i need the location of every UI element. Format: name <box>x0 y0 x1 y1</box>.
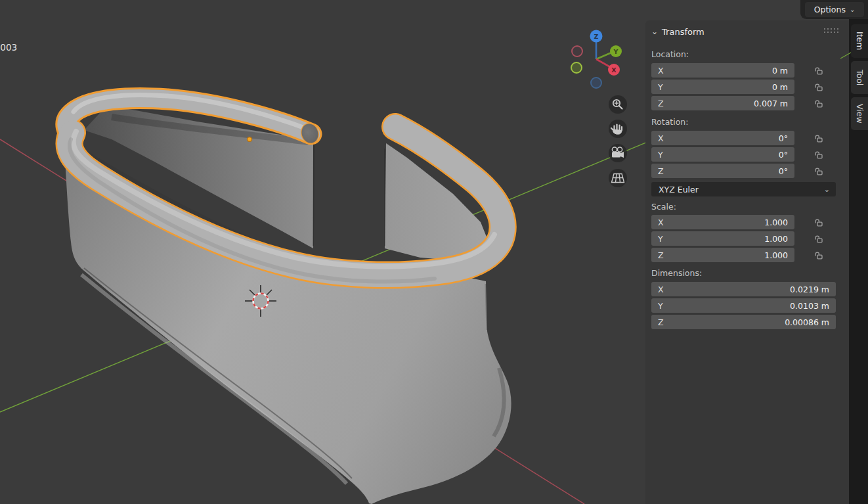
location-z-field[interactable]: Z 0.007 m <box>651 96 794 110</box>
lock-open-icon[interactable] <box>814 133 824 143</box>
lock-open-icon[interactable] <box>814 81 824 92</box>
perspective-toggle-button[interactable] <box>609 169 627 187</box>
dimensions-label: Dimensions: <box>651 268 702 278</box>
object-origin-dot <box>248 137 252 142</box>
dimensions-x-field[interactable]: X 0.0219 m <box>651 282 836 296</box>
chevron-down-icon: ⌄ <box>824 185 830 194</box>
options-label: Options <box>814 5 846 14</box>
pan-button[interactable] <box>609 120 627 138</box>
camera-view-button[interactable] <box>609 144 627 162</box>
tab-item[interactable]: Item <box>851 24 868 58</box>
tab-view[interactable]: View <box>851 97 868 130</box>
lock-open-icon[interactable] <box>814 250 824 260</box>
sidebar-tab-strip: Item Tool View <box>849 19 868 504</box>
viewport-header-right: Options ⌄ <box>800 0 868 19</box>
gizmo-x-label: X <box>611 66 617 74</box>
scale-z-field[interactable]: Z 1.000 <box>651 248 794 262</box>
gizmo-x-negative-ball[interactable] <box>572 46 582 57</box>
wall-right-edge <box>486 284 487 330</box>
panel-title: Transform <box>662 27 705 37</box>
tab-tool[interactable]: Tool <box>851 61 868 94</box>
band-gap-edge-left <box>313 145 314 246</box>
zoom-button[interactable] <box>609 95 627 114</box>
location-label: Location: <box>651 49 689 59</box>
panel-grip-handle[interactable] <box>824 28 841 34</box>
gizmo-z-negative-ball[interactable] <box>591 78 601 88</box>
lock-open-icon[interactable] <box>814 149 824 160</box>
gizmo-y-negative-ball[interactable] <box>571 62 582 73</box>
lock-open-icon[interactable] <box>814 65 824 76</box>
collapse-chevron-icon: ⌄ <box>651 28 658 35</box>
rotation-mode-dropdown[interactable]: XYZ Euler ⌄ <box>651 182 836 196</box>
rotation-z-field[interactable]: Z 0° <box>651 164 794 178</box>
scale-label: Scale: <box>651 202 676 212</box>
transform-panel-header[interactable]: ⌄ Transform <box>651 26 705 37</box>
scale-y-field[interactable]: Y 1.000 <box>651 231 794 246</box>
rotation-label: Rotation: <box>651 117 689 127</box>
dimensions-z-field[interactable]: Z 0.00086 m <box>651 315 836 329</box>
dimensions-y-field[interactable]: Y 0.0103 m <box>651 298 836 313</box>
options-dropdown-button[interactable]: Options ⌄ <box>805 2 864 17</box>
gizmo-z-label: Z <box>594 33 599 40</box>
location-x-field[interactable]: X 0 m <box>651 63 794 78</box>
location-y-field[interactable]: Y 0 m <box>651 80 794 94</box>
axis-line-y-sliver <box>840 51 853 60</box>
chevron-down-icon: ⌄ <box>850 6 855 13</box>
scale-x-field[interactable]: X 1.000 <box>651 215 794 229</box>
blender-3d-viewport: Z Y X <box>0 0 868 504</box>
lock-open-icon[interactable] <box>814 98 824 108</box>
rotation-x-field[interactable]: X 0° <box>651 131 794 145</box>
lock-open-icon[interactable] <box>814 166 824 176</box>
lock-open-icon[interactable] <box>814 233 824 244</box>
sidebar-panel: ⌄ Transform Location: X 0 m Y 0 m Z 0.00… <box>645 20 849 504</box>
viewport-object-name-label: .003 <box>0 42 17 53</box>
rotation-y-field[interactable]: Y 0° <box>651 147 794 162</box>
gizmo-y-label: Y <box>613 48 618 55</box>
lock-open-icon[interactable] <box>814 217 824 227</box>
